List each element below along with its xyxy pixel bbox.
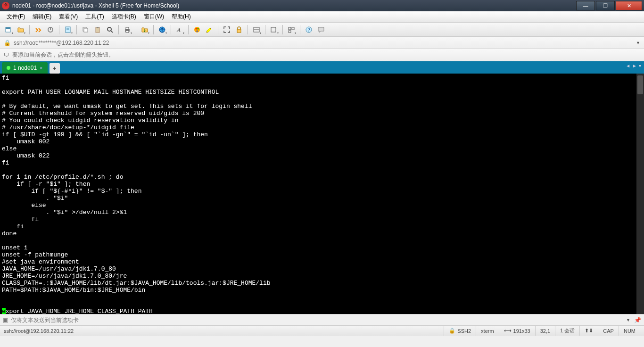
window-controls: — ❐ ✕	[576, 1, 642, 10]
toolbar-separator	[153, 25, 154, 34]
status-sessions: 1 会话	[555, 326, 579, 336]
toolbar-separator	[118, 25, 119, 34]
lock-icon: 🔒	[449, 328, 455, 334]
lock-icon: 🔒	[4, 40, 11, 46]
status-num: NUM	[619, 326, 640, 336]
send-icon[interactable]: ▣	[3, 317, 8, 323]
menu-edit[interactable]: 编辑(E)	[29, 11, 55, 22]
svg-point-20	[198, 28, 199, 29]
color-scheme-button[interactable]	[191, 24, 203, 35]
fullscreen-button[interactable]	[221, 24, 232, 35]
addressbar: 🔒 ssh://root:********@192.168.220.11:22 …	[0, 37, 644, 49]
tabstrip: 1 node01 × + ◄ ► ▾	[0, 61, 644, 74]
tab-label: 1 node01	[13, 65, 37, 71]
send-target-dropdown[interactable]: ▼	[625, 317, 631, 323]
help-button[interactable]: ?	[303, 24, 314, 35]
svg-rect-27	[289, 27, 291, 30]
toolbar-separator	[282, 25, 283, 34]
titlebar: node01 - root@node01:/usr/java - Xshell …	[0, 0, 644, 11]
tab-list-button[interactable]: ▾	[639, 63, 641, 68]
svg-text:?: ?	[308, 27, 311, 33]
svg-rect-1	[6, 27, 10, 29]
signal-icon: ⬆⬇	[585, 328, 593, 334]
terminal-cursor: e	[2, 308, 6, 314]
menu-tools[interactable]: 工具(T)	[82, 11, 107, 22]
main-toolbar: ▾ ▾ ▾ ▾ ▾ ▾ A▾ ▾ +▾ ▾ ?	[0, 23, 644, 37]
send-pin-button[interactable]: 📌	[634, 317, 641, 323]
transfer-button[interactable]: ▾	[139, 24, 150, 35]
svg-rect-14	[126, 27, 129, 29]
layout-add-button[interactable]: +▾	[268, 24, 280, 35]
scrollbar-thumb[interactable]	[637, 75, 643, 94]
toolbar-separator	[218, 25, 218, 34]
toolbar-separator	[136, 25, 136, 34]
highlight-button[interactable]	[204, 24, 215, 35]
toolbar-separator	[171, 25, 171, 34]
toolbar-separator	[265, 25, 265, 34]
new-session-button[interactable]: ▾	[3, 24, 14, 35]
reconnect-button[interactable]	[33, 24, 44, 35]
status-term-type: xterm	[476, 326, 499, 336]
print-button[interactable]: ▾	[122, 24, 133, 35]
menu-window[interactable]: 窗口(W)	[140, 11, 168, 22]
close-button[interactable]: ✕	[616, 1, 642, 10]
toolbar-separator	[76, 25, 77, 34]
disconnect-button[interactable]	[45, 24, 56, 35]
font-button[interactable]: A▾	[174, 24, 185, 35]
window-title: node01 - root@node01:/usr/java - Xshell …	[12, 2, 576, 9]
properties-button[interactable]: ▾	[62, 24, 74, 35]
toolbar-separator	[300, 25, 300, 34]
address-dropdown[interactable]: ▼	[636, 41, 640, 45]
svg-rect-22	[237, 29, 241, 33]
lock-scroll-button[interactable]	[233, 24, 245, 35]
menu-tabs[interactable]: 选项卡(B)	[108, 11, 140, 22]
statusbar: ssh://root@192.168.220.11:22 🔒SSH2 xterm…	[0, 325, 644, 336]
layout-grid-button[interactable]: ▾	[286, 24, 297, 35]
session-tab[interactable]: 1 node01 ×	[2, 62, 48, 74]
tab-next-button[interactable]: ►	[632, 63, 637, 68]
paste-button[interactable]	[92, 24, 103, 35]
size-icon: ⟷	[504, 328, 512, 334]
svg-text:+: +	[275, 26, 277, 30]
svg-rect-28	[292, 27, 294, 30]
minimize-button[interactable]: —	[576, 1, 595, 10]
copy-button[interactable]	[80, 24, 91, 35]
toolbar-separator	[188, 25, 189, 34]
globe-button[interactable]: ▾	[157, 24, 168, 35]
menu-help[interactable]: 帮助(H)	[168, 11, 195, 22]
status-connection: ssh://root@192.168.220.11:22	[4, 328, 74, 334]
svg-rect-29	[289, 31, 291, 33]
toolbar-separator	[29, 25, 30, 34]
feedback-button[interactable]	[315, 24, 327, 35]
status-protocol: 🔒SSH2	[444, 326, 476, 336]
sendbar: ▣ ▼ 📌	[0, 314, 644, 325]
svg-point-21	[197, 30, 198, 32]
find-button[interactable]	[104, 24, 116, 35]
terminal-scrollbar[interactable]	[636, 74, 644, 314]
svg-text:A: A	[176, 26, 181, 33]
maximize-button[interactable]: ❐	[596, 1, 615, 10]
status-cap: CAP	[598, 326, 619, 336]
tab-nav: ◄ ► ▾	[626, 63, 641, 68]
menu-view[interactable]: 查看(V)	[55, 11, 82, 22]
add-session-icon[interactable]: 🗨	[4, 52, 9, 58]
send-input[interactable]	[11, 317, 622, 323]
layout-horizontal-button[interactable]: ▾	[251, 24, 262, 35]
tab-prev-button[interactable]: ◄	[626, 63, 630, 68]
connection-indicator-icon	[7, 66, 10, 70]
status-size: ⟷191x33	[499, 326, 535, 336]
menu-file[interactable]: 文件(F)	[3, 11, 29, 22]
svg-rect-10	[97, 27, 99, 28]
terminal[interactable]: fi export PATH USER LOGNAME MAIL HOSTNAM…	[0, 74, 644, 314]
notifybar: 🗨 要添加当前会话，点击左侧的箭头按钮。	[0, 49, 644, 61]
svg-point-19	[196, 28, 197, 29]
open-button[interactable]: ▾	[15, 24, 26, 35]
menubar: 文件(F) 编辑(E) 查看(V) 工具(T) 选项卡(B) 窗口(W) 帮助(…	[0, 11, 644, 23]
svg-rect-15	[126, 31, 129, 33]
tab-close-button[interactable]: ×	[40, 65, 42, 71]
address-text[interactable]: ssh://root:********@192.168.220.11:22	[14, 40, 633, 46]
status-signal: ⬆⬇	[579, 326, 598, 336]
add-tab-button[interactable]: +	[50, 63, 60, 74]
app-icon	[2, 2, 9, 9]
svg-point-11	[107, 27, 111, 31]
